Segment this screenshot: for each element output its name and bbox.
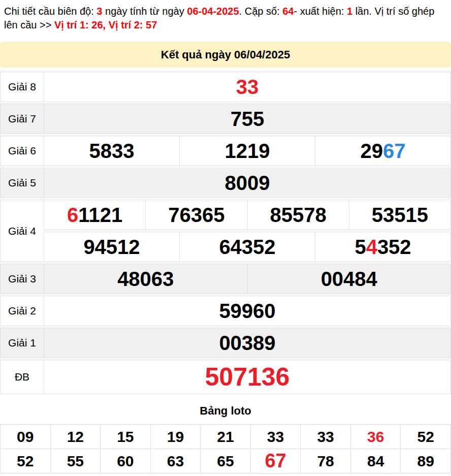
prize-number-segment: 33 bbox=[236, 76, 259, 99]
prize-cells: 8009 bbox=[44, 168, 451, 198]
bridge-detail-segment: 1 bbox=[347, 6, 352, 17]
prize-cells: 583312192967 bbox=[44, 136, 451, 166]
prize-number-segment: 48063 bbox=[117, 268, 174, 291]
prize-number-cell: 33 bbox=[44, 72, 451, 102]
loto-table: 091215192133333652525560636567788489 bbox=[0, 424, 451, 473]
loto-number-cell: 15 bbox=[101, 425, 151, 449]
prize-number-cell: 64352 bbox=[180, 232, 315, 262]
result-date-title: Kết quả ngày 06/04/2025 bbox=[161, 48, 290, 61]
prize-number-segment: 507136 bbox=[205, 362, 290, 392]
prize-subrow: 755 bbox=[44, 104, 451, 134]
loto-number-cell: 89 bbox=[401, 449, 451, 473]
bridge-detail-segment: 64 bbox=[282, 6, 294, 17]
prize-label: ĐB bbox=[0, 360, 44, 394]
bridge-detail-text: Chi tiết cầu biên độ: 3 ngày tính từ ngà… bbox=[0, 0, 451, 32]
loto-number-cell: 55 bbox=[51, 449, 101, 473]
prize-label: Giải 1 bbox=[0, 328, 44, 358]
prize-number-cell: 48063 bbox=[44, 264, 248, 294]
prize-number-cell: 61121 bbox=[44, 200, 146, 230]
prize-subrow: 583312192967 bbox=[44, 136, 451, 166]
prize-label: Giải 5 bbox=[0, 168, 44, 198]
prize-row: Giải 100389 bbox=[0, 328, 451, 358]
prize-label: Giải 4 bbox=[0, 200, 44, 262]
result-date-banner: Kết quả ngày 06/04/2025 bbox=[0, 42, 451, 68]
prize-label: Giải 8 bbox=[0, 72, 44, 102]
prize-number-segment: 1219 bbox=[225, 140, 270, 163]
prize-number-cell: 94512 bbox=[44, 232, 180, 262]
prize-number-segment: 67 bbox=[383, 140, 406, 163]
prize-cells: 59960 bbox=[44, 296, 451, 326]
loto-number-cell: 52 bbox=[1, 449, 51, 473]
loto-table-title: Bảng loto bbox=[0, 404, 451, 418]
prize-number-segment: 8009 bbox=[225, 172, 270, 195]
bridge-detail-segment: 3 bbox=[96, 6, 102, 17]
loto-number-cell: 36 bbox=[351, 425, 401, 449]
prize-number-cell: 85578 bbox=[248, 200, 349, 230]
prize-subrow: 33 bbox=[44, 72, 451, 102]
loto-number-cell: 67 bbox=[251, 449, 301, 473]
loto-number-cell: 78 bbox=[301, 449, 351, 473]
prize-subrow: 507136 bbox=[44, 360, 451, 394]
prize-row: Giải 34806300484 bbox=[0, 264, 451, 294]
prize-number-segment: 85578 bbox=[270, 204, 327, 227]
prize-row: Giải 6583312192967 bbox=[0, 136, 451, 166]
loto-number-cell: 60 bbox=[101, 449, 151, 473]
prize-number-cell: 8009 bbox=[44, 168, 451, 198]
prize-row: Giải 58009 bbox=[0, 168, 451, 198]
loto-number-cell: 65 bbox=[201, 449, 251, 473]
prize-number-segment: 00389 bbox=[219, 332, 275, 355]
loto-number-cell: 33 bbox=[251, 425, 301, 449]
prize-label: Giải 7 bbox=[0, 104, 44, 134]
prize-cells: 755 bbox=[44, 104, 451, 134]
prize-number-cell: 59960 bbox=[44, 296, 451, 326]
bridge-detail-segment: Vị trí 1: 26, Vị trí 2: 57 bbox=[54, 19, 157, 30]
prize-subrow: 61121763658557853515 bbox=[44, 200, 451, 230]
prize-cells: 61121763658557853515945126435254352 bbox=[44, 200, 451, 262]
prize-number-cell: 2967 bbox=[315, 136, 451, 166]
prize-subrow: 00389 bbox=[44, 328, 451, 358]
prize-row: Giải 833 bbox=[0, 72, 451, 102]
prize-cells: 507136 bbox=[44, 360, 451, 394]
prize-number-segment: 6 bbox=[67, 204, 78, 227]
prize-number-segment: 64352 bbox=[219, 236, 275, 259]
prize-number-cell: 755 bbox=[44, 104, 451, 134]
prize-number-cell: 54352 bbox=[315, 232, 451, 262]
loto-number-cell: 52 bbox=[401, 425, 451, 449]
prize-number-cell: 76365 bbox=[146, 200, 247, 230]
prize-subrow: 945126435254352 bbox=[44, 232, 451, 262]
prize-label: Giải 6 bbox=[0, 136, 44, 166]
prize-label: Giải 3 bbox=[0, 264, 44, 294]
prize-cells: 33 bbox=[44, 72, 451, 102]
prize-number-segment: 1121 bbox=[78, 204, 122, 227]
prize-number-cell: 1219 bbox=[180, 136, 315, 166]
prize-row: Giải 259960 bbox=[0, 296, 451, 326]
prize-number-segment: 59960 bbox=[219, 300, 275, 323]
loto-number-cell: 63 bbox=[151, 449, 201, 473]
prize-table: Giải 833Giải 7755Giải 6583312192967Giải … bbox=[0, 72, 451, 394]
prize-number-segment: 4 bbox=[366, 236, 377, 259]
bridge-detail-segment: 06-04-2025 bbox=[187, 6, 239, 17]
prize-subrow: 8009 bbox=[44, 168, 451, 198]
bridge-detail-segment: . Cặp số: bbox=[239, 6, 283, 17]
prize-number-segment: 00484 bbox=[321, 268, 377, 291]
prize-row: Giải 7755 bbox=[0, 104, 451, 134]
prize-subrow: 4806300484 bbox=[44, 264, 451, 294]
bridge-detail-segment: Chi tiết cầu biên độ: bbox=[4, 6, 96, 17]
loto-number-cell: 33 bbox=[301, 425, 351, 449]
prize-number-segment: 53515 bbox=[372, 204, 428, 227]
bridge-detail-segment: ngày tính từ ngày bbox=[102, 6, 187, 17]
prize-number-cell: 00389 bbox=[44, 328, 451, 358]
loto-number-cell: 12 bbox=[51, 425, 101, 449]
prize-number-segment: 94512 bbox=[83, 236, 140, 259]
loto-number-cell: 21 bbox=[201, 425, 251, 449]
prize-number-cell: 507136 bbox=[44, 360, 451, 394]
prize-row: ĐB507136 bbox=[0, 360, 451, 394]
prize-row: Giải 46112176365855785351594512643525435… bbox=[0, 200, 451, 262]
prize-number-cell: 00484 bbox=[248, 264, 451, 294]
prize-number-segment: 755 bbox=[231, 108, 265, 131]
prize-number-segment: 76365 bbox=[168, 204, 224, 227]
loto-number-cell: 09 bbox=[1, 425, 51, 449]
prize-subrow: 59960 bbox=[44, 296, 451, 326]
bridge-detail-segment: - xuất hiện: bbox=[294, 6, 347, 17]
prize-label: Giải 2 bbox=[0, 296, 44, 326]
